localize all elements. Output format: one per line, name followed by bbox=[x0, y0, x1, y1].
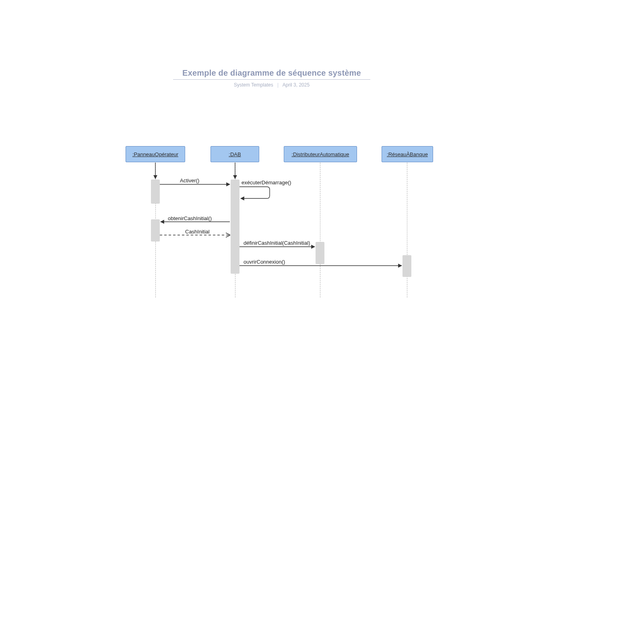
object-dispenser-label: :DistributeurAutomatique bbox=[291, 151, 349, 157]
label-activate: Activer() bbox=[180, 178, 199, 184]
arrows-overlay bbox=[0, 0, 644, 644]
label-set-initial-cash: définirCashInitial(CashInitial) bbox=[244, 240, 310, 246]
object-operator-panel: :PanneauOpérateur bbox=[126, 146, 185, 162]
lifeline-banknet bbox=[407, 163, 407, 297]
object-dab: :DAB bbox=[211, 146, 259, 162]
activation-operator-1 bbox=[151, 180, 160, 204]
label-get-initial-cash: obtenirCashInitial() bbox=[168, 215, 212, 221]
subtitle-left: System Templates bbox=[234, 82, 273, 88]
object-bank-network: :RéseauÀBanque bbox=[382, 146, 433, 162]
activation-dab bbox=[231, 180, 239, 274]
activation-dispenser bbox=[316, 242, 324, 264]
diagram-canvas: Exemple de diagramme de séquence système… bbox=[0, 0, 644, 644]
object-dab-label: :DAB bbox=[229, 151, 241, 157]
title-block: Exemple de diagramme de séquence système… bbox=[173, 68, 370, 88]
activation-banknet bbox=[402, 255, 411, 277]
subtitle-separator bbox=[278, 83, 278, 88]
activation-operator-2 bbox=[151, 219, 160, 242]
diagram-subtitle: System Templates April 3, 2025 bbox=[173, 82, 370, 88]
label-initial-cash-return: CashInitial bbox=[185, 229, 210, 235]
object-banknet-label: :RéseauÀBanque bbox=[387, 151, 428, 157]
diagram-title: Exemple de diagramme de séquence système bbox=[173, 68, 370, 78]
label-open-connection: ouvrirConnexion() bbox=[244, 259, 285, 265]
subtitle-right: April 3, 2025 bbox=[283, 82, 310, 88]
object-operator-label: :PanneauOpérateur bbox=[132, 151, 178, 157]
object-dispenser: :DistributeurAutomatique bbox=[284, 146, 357, 162]
lifeline-dispenser bbox=[320, 163, 320, 297]
label-execute-start: exécuterDémarrage() bbox=[242, 180, 291, 186]
